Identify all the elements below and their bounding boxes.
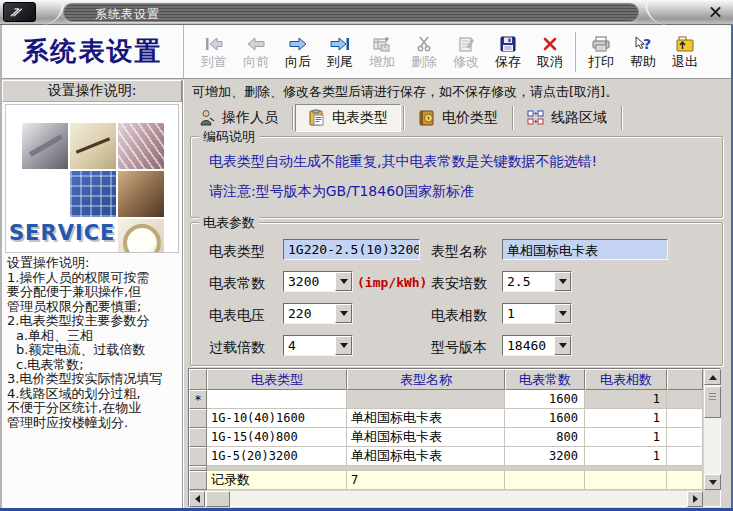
system-table-settings-window: 系统表设置 系统表设置 到首 向前 向后 到尾 bbox=[0, 0, 733, 511]
cell-meter-constant[interactable]: 1600 bbox=[505, 390, 585, 409]
tab-meter-types[interactable]: 电表类型 bbox=[295, 104, 401, 132]
row-marker[interactable] bbox=[189, 409, 207, 428]
cell-meter-type[interactable]: 1G-10(40)1600 bbox=[207, 409, 347, 428]
cell-model-name[interactable]: 单相国标电卡表 bbox=[347, 447, 505, 466]
column-header[interactable]: 表型名称 bbox=[347, 369, 505, 390]
cell-filler bbox=[667, 428, 703, 447]
meter-constant-label: 电表常数 bbox=[209, 275, 265, 293]
version-select[interactable]: 18460 bbox=[502, 335, 572, 356]
sidebar: 设置操作说明: SERVICE 设置操作说明: 1.操作人员的权限可按需 要分配… bbox=[2, 80, 183, 508]
titlebar-curve-left bbox=[38, 0, 64, 25]
instruction-line: 不便于分区统计,在物业 bbox=[7, 401, 181, 416]
tab-label: 线路区域 bbox=[551, 109, 607, 127]
voltage-value: 220 bbox=[288, 306, 311, 321]
exit-button[interactable]: 退出 bbox=[664, 27, 706, 77]
cell-phase[interactable]: 1 bbox=[585, 447, 667, 466]
dropdown-button[interactable] bbox=[554, 336, 571, 355]
footer-cell bbox=[505, 471, 585, 490]
cell-meter-type[interactable]: 1G-15(40)800 bbox=[207, 428, 347, 447]
vertical-scrollbar[interactable] bbox=[703, 369, 720, 490]
meter-type-field[interactable]: 1G220-2.5(10)3200 bbox=[283, 239, 420, 260]
cell-phase[interactable]: 1 bbox=[585, 409, 667, 428]
scissors-icon bbox=[416, 36, 432, 52]
column-header[interactable]: 电表类型 bbox=[207, 369, 347, 390]
horizontal-scrollbar[interactable] bbox=[189, 490, 703, 506]
voltage-select[interactable]: 220 bbox=[283, 303, 353, 324]
save-button[interactable]: 保存 bbox=[487, 27, 529, 77]
instruction-line: 2.电表类型按主要参数分 bbox=[7, 314, 181, 329]
tab-price-types[interactable]: 电价类型 bbox=[406, 104, 510, 132]
column-header[interactable]: 电表常数 bbox=[505, 369, 585, 390]
region-boxes-icon bbox=[527, 110, 545, 126]
scroll-up-button[interactable] bbox=[704, 369, 721, 385]
chevron-down-icon bbox=[340, 279, 348, 284]
vertical-scroll-thumb[interactable] bbox=[704, 386, 721, 418]
cell-meter-constant[interactable]: 3200 bbox=[505, 447, 585, 466]
delete-button[interactable]: 删除 bbox=[403, 27, 445, 77]
instruction-line: 要分配便于兼职操作,但 bbox=[7, 285, 181, 300]
model-name-field[interactable]: 单相国标电卡表 bbox=[502, 239, 668, 260]
tab-label: 电价类型 bbox=[442, 109, 498, 127]
tab-separator bbox=[403, 106, 404, 130]
cell-meter-constant[interactable]: 800 bbox=[505, 428, 585, 447]
dropdown-button[interactable] bbox=[335, 304, 352, 323]
dropdown-button[interactable] bbox=[554, 272, 571, 291]
photo-metal-rods bbox=[118, 123, 164, 169]
titlebar[interactable]: 系统表设置 bbox=[0, 0, 733, 25]
ampere-select[interactable]: 2.5 bbox=[502, 271, 572, 292]
phase-select[interactable]: 1 bbox=[502, 303, 572, 324]
tab-separator bbox=[512, 106, 513, 130]
cell-model-name[interactable] bbox=[347, 390, 505, 409]
dropdown-button[interactable] bbox=[554, 304, 571, 323]
tab-operators[interactable]: 操作人员 bbox=[186, 104, 290, 132]
coding-note-line2: 请注意:型号版本为GB/T18460国家新标准 bbox=[209, 183, 474, 201]
column-header[interactable]: 电表相数 bbox=[585, 369, 667, 390]
scroll-down-icon bbox=[709, 480, 717, 485]
go-last-button[interactable]: 到尾 bbox=[319, 27, 361, 77]
meter-constant-select[interactable]: 3200 bbox=[283, 271, 353, 292]
row-marker[interactable] bbox=[189, 447, 207, 466]
cancel-button[interactable]: 取消 bbox=[529, 27, 571, 77]
toolbar-button-label: 退出 bbox=[672, 55, 698, 68]
print-button[interactable]: 打印 bbox=[580, 27, 622, 77]
overload-value: 4 bbox=[288, 338, 296, 353]
instruction-line: b.额定电流、过载倍数 bbox=[7, 343, 181, 358]
scroll-right-button[interactable] bbox=[687, 491, 703, 507]
horizontal-scroll-thumb[interactable] bbox=[206, 491, 230, 507]
dropdown-button[interactable] bbox=[335, 336, 352, 355]
row-marker[interactable]: * bbox=[189, 390, 207, 409]
meter-types-table: 电表类型 表型名称 电表常数 电表相数 * 1600 1 1G-10(40)16… bbox=[188, 368, 721, 507]
help-button[interactable]: ? 帮助 bbox=[622, 27, 664, 77]
toolbar-button-label: 向后 bbox=[285, 55, 311, 68]
go-next-button[interactable]: 向后 bbox=[277, 27, 319, 77]
photo-pen bbox=[70, 123, 116, 169]
cell-phase[interactable]: 1 bbox=[585, 390, 667, 409]
go-previous-button[interactable]: 向前 bbox=[235, 27, 277, 77]
dropdown-button[interactable] bbox=[335, 272, 352, 291]
row-marker[interactable] bbox=[189, 428, 207, 447]
cell-phase[interactable]: 1 bbox=[585, 428, 667, 447]
chevron-down-icon bbox=[559, 311, 567, 316]
instruction-line: 管理时应按楼幢划分. bbox=[7, 416, 181, 431]
titlebar-curve-right bbox=[645, 0, 669, 25]
instruction-line: c.电表常数; bbox=[7, 358, 181, 373]
instruction-line: 1.操作人员的权限可按需 bbox=[7, 271, 181, 286]
go-first-button[interactable]: 到首 bbox=[193, 27, 235, 77]
close-button[interactable] bbox=[708, 4, 724, 20]
cell-meter-constant[interactable]: 1600 bbox=[505, 409, 585, 428]
modify-button[interactable]: 修改 bbox=[445, 27, 487, 77]
scroll-down-button[interactable] bbox=[704, 474, 721, 490]
cell-filler bbox=[667, 390, 703, 409]
cell-meter-type[interactable] bbox=[207, 390, 347, 409]
titlebar-pill: 系统表设置 bbox=[63, 3, 639, 22]
row-marker-header bbox=[189, 369, 207, 390]
coding-note-line1: 电表类型自动生成不能重复,其中电表常数是关键数据不能选错! bbox=[209, 153, 597, 171]
cell-meter-type[interactable]: 1G-5(20)3200 bbox=[207, 447, 347, 466]
add-button[interactable]: 增加 bbox=[361, 27, 403, 77]
overload-select[interactable]: 4 bbox=[283, 335, 353, 356]
cell-model-name[interactable]: 单相国标电卡表 bbox=[347, 409, 505, 428]
tab-line-regions[interactable]: 线路区域 bbox=[515, 104, 619, 132]
chevron-down-icon bbox=[559, 279, 567, 284]
scroll-left-button[interactable] bbox=[189, 491, 205, 507]
cell-model-name[interactable]: 单相国标电卡表 bbox=[347, 428, 505, 447]
